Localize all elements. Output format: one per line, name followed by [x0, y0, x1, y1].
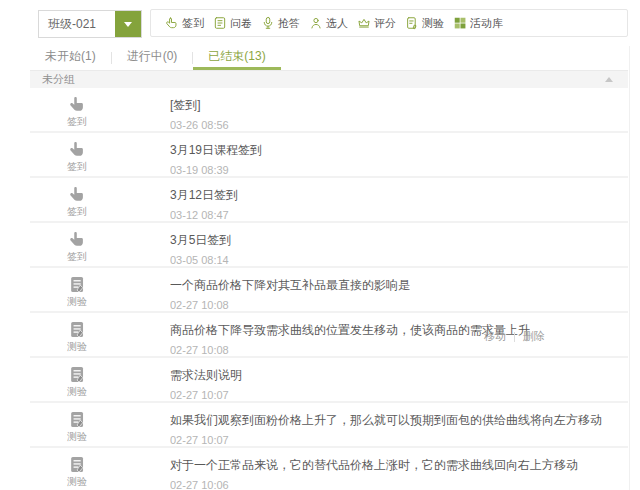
tab-in-progress[interactable]: 进行中(0): [112, 46, 193, 70]
activity-title: 如果我们观察到面粉价格上升了，那么就可以预期到面包的供给曲线将向左方移动: [170, 412, 602, 429]
list-item[interactable]: 测验 需求法则说明 02-27 10:07: [30, 358, 628, 403]
activity-time: 03-19 08:39: [170, 164, 262, 176]
activity-time: 02-27 10:08: [170, 299, 410, 311]
list-item[interactable]: 签到 3月5日签到 03-05 08:14: [30, 223, 628, 268]
activity-type-col: 签到: [62, 223, 92, 266]
scrollbar-track[interactable]: [629, 46, 640, 490]
activity-type-label: 测验: [67, 295, 87, 309]
activity-type-label: 测验: [67, 430, 87, 444]
list-item[interactable]: 测验 对于一个正常品来说，它的替代品价格上涨时，它的需求曲线回向右上方移动 02…: [30, 448, 628, 490]
toolbar-quiz-button[interactable]: 测验: [405, 16, 444, 31]
activity-text: 如果我们观察到面粉价格上升了，那么就可以预期到面包的供给曲线将向左方移动 02-…: [170, 403, 602, 446]
activity-text: 对于一个正常品来说，它的替代品价格上涨时，它的需求曲线回向右上方移动 02-27…: [170, 448, 578, 490]
activity-text: 3月5日签到 03-05 08:14: [170, 223, 231, 266]
activity-type-label: 签到: [67, 160, 87, 174]
quiz-notebook-icon: [68, 455, 87, 474]
list-item[interactable]: 签到 [签到] 03-26 08:56: [30, 88, 628, 133]
activity-time: 02-27 10:08: [170, 344, 530, 356]
toolbar-activity-library-button[interactable]: 活动库: [453, 16, 503, 31]
quiz-document-icon: [405, 16, 419, 30]
activity-title: 3月5日签到: [170, 232, 231, 249]
activity-text: 需求法则说明 02-27 10:07: [170, 358, 242, 401]
checkin-hand-icon: [68, 230, 87, 249]
list-item[interactable]: 签到 3月19日课程签到 03-19 08:39: [30, 133, 628, 178]
checkin-hand-icon: [165, 16, 179, 30]
list-item[interactable]: 测验 一个商品价格下降对其互补品最直接的影响是 02-27 10:08: [30, 268, 628, 313]
activity-title: 3月12日签到: [170, 187, 238, 204]
toolbar-buzzer-button[interactable]: 抢答: [261, 16, 300, 31]
activity-type-col: 测验: [62, 358, 92, 401]
activity-toolbar: 签到 问卷 抢答 选人 评分 测验 活动库: [150, 9, 628, 37]
activity-type-label: 签到: [67, 205, 87, 219]
toolbar-checkin-button[interactable]: 签到: [165, 16, 204, 31]
toolbar-pick-person-button[interactable]: 选人: [309, 16, 348, 31]
crown-score-icon: [357, 16, 371, 30]
list-item[interactable]: 测验 商品价格下降导致需求曲线的位置发生移动，使该商品的需求量上升 02-27 …: [30, 313, 628, 358]
activity-time: 02-27 10:07: [170, 389, 242, 401]
chevron-down-icon: [124, 22, 132, 27]
row-actions: 移动 删除: [484, 329, 545, 344]
class-selector-value[interactable]: 班级-021: [39, 11, 115, 37]
activity-type-col: 签到: [62, 178, 92, 221]
survey-icon: [213, 16, 227, 30]
activity-title: 对于一个正常品来说，它的替代品价格上涨时，它的需求曲线回向右上方移动: [170, 457, 578, 474]
collapse-up-icon[interactable]: [605, 77, 613, 82]
checkin-hand-icon: [68, 140, 87, 159]
list-item[interactable]: 测验 如果我们观察到面粉价格上升了，那么就可以预期到面包的供给曲线将向左方移动 …: [30, 403, 628, 448]
activity-title: 需求法则说明: [170, 367, 242, 384]
class-selector-dropdown-button[interactable]: [115, 11, 141, 37]
activity-title: 3月19日课程签到: [170, 142, 262, 159]
person-icon: [309, 16, 323, 30]
activity-time: 02-27 10:06: [170, 479, 578, 490]
activity-title: 一个商品价格下降对其互补品最直接的影响是: [170, 277, 410, 294]
activity-time: 03-05 08:14: [170, 254, 231, 266]
toolbar-survey-label: 问卷: [230, 16, 252, 31]
toolbar-quiz-label: 测验: [422, 16, 444, 31]
activity-text: 3月19日课程签到 03-19 08:39: [170, 133, 262, 176]
activity-title: 商品价格下降导致需求曲线的位置发生移动，使该商品的需求量上升: [170, 322, 530, 339]
activity-text: 一个商品价格下降对其互补品最直接的影响是 02-27 10:08: [170, 268, 410, 311]
activity-title: [签到]: [170, 97, 229, 114]
toolbar-score-label: 评分: [374, 16, 396, 31]
quiz-notebook-icon: [68, 275, 87, 294]
delete-link[interactable]: 删除: [523, 329, 545, 344]
activity-time: 02-27 10:07: [170, 434, 602, 446]
toolbar-pick-person-label: 选人: [326, 16, 348, 31]
activity-type-col: 测验: [62, 268, 92, 311]
status-tabs: 未开始(1) 进行中(0) 已结束(13): [30, 46, 628, 71]
activity-text: [签到] 03-26 08:56: [170, 88, 229, 131]
activity-type-col: 测验: [62, 313, 92, 356]
activity-text: 3月12日签到 03-12 08:47: [170, 178, 238, 221]
activity-list: 签到 [签到] 03-26 08:56 签到 3月19日课程签到 03-19 0…: [30, 88, 628, 490]
quiz-notebook-icon: [68, 410, 87, 429]
activity-time: 03-12 08:47: [170, 209, 238, 221]
quiz-notebook-icon: [68, 365, 87, 384]
activity-text: 商品价格下降导致需求曲线的位置发生移动，使该商品的需求量上升 02-27 10:…: [170, 313, 530, 356]
toolbar-buzzer-label: 抢答: [278, 16, 300, 31]
activity-type-col: 测验: [62, 403, 92, 446]
move-link[interactable]: 移动: [484, 329, 506, 344]
quiz-notebook-icon: [68, 320, 87, 339]
tab-not-started[interactable]: 未开始(1): [30, 46, 111, 70]
group-header-ungrouped[interactable]: 未分组: [30, 71, 628, 88]
buzzer-microphone-icon: [261, 16, 275, 30]
activity-type-col: 测验: [62, 448, 92, 490]
checkin-hand-icon: [68, 95, 87, 114]
activity-time: 03-26 08:56: [170, 119, 229, 131]
activity-type-col: 签到: [62, 133, 92, 176]
activity-type-col: 签到: [62, 88, 92, 131]
class-activities-page: 班级-021 签到 问卷 抢答 选人 评分 测验: [0, 0, 640, 490]
tab-finished[interactable]: 已结束(13): [193, 46, 280, 70]
activity-library-grid-icon: [453, 16, 467, 30]
group-title: 未分组: [42, 73, 75, 85]
class-selector[interactable]: 班级-021: [38, 10, 142, 38]
toolbar-score-button[interactable]: 评分: [357, 16, 396, 31]
activity-type-label: 测验: [67, 475, 87, 489]
activity-type-label: 测验: [67, 340, 87, 354]
action-divider: [514, 332, 515, 342]
list-item[interactable]: 签到 3月12日签到 03-12 08:47: [30, 178, 628, 223]
toolbar-activity-library-label: 活动库: [470, 16, 503, 31]
toolbar-checkin-label: 签到: [182, 16, 204, 31]
activity-type-label: 签到: [67, 115, 87, 129]
toolbar-survey-button[interactable]: 问卷: [213, 16, 252, 31]
